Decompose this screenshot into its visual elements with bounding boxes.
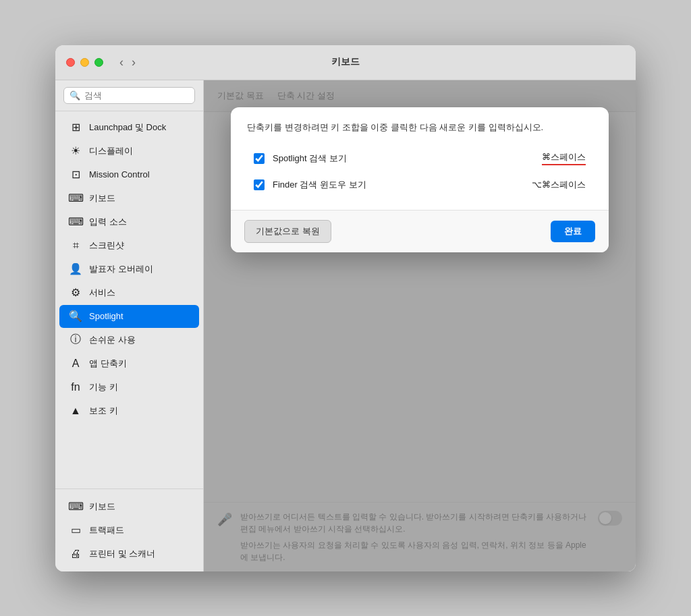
trackpad-icon: ▭: [69, 524, 82, 537]
screenshot-icon: ⌗: [69, 239, 82, 252]
close-button[interactable]: [66, 58, 75, 67]
launchpad-icon: ⊞: [69, 121, 82, 134]
shortcut-checkbox-spotlight-search[interactable]: [254, 153, 265, 164]
sidebar-label-app-shortcuts: 앱 단축키: [89, 358, 127, 370]
input-source-icon: ⌨: [69, 215, 82, 229]
window-title: 키보드: [331, 56, 360, 68]
display-icon: ☀: [69, 144, 82, 158]
accessibility-icon: ⓘ: [69, 333, 82, 347]
fn-key-icon: fn: [69, 381, 82, 394]
sidebar-label-launchpad: Launchpad 및 Dock: [89, 121, 166, 134]
sidebar-item-screenshot[interactable]: ⌗스크린샷: [59, 234, 199, 257]
minimize-button[interactable]: [80, 58, 89, 67]
printer-icon: 🖨: [69, 547, 82, 561]
sidebar-item-dictation[interactable]: ▲보조 키: [59, 399, 199, 422]
sidebar-item-keyboard-bottom[interactable]: ⌨키보드: [59, 495, 199, 518]
mission-control-icon: ⊡: [69, 168, 82, 181]
shortcut-item-finder-search: Finder 검색 윈도우 보기⌥⌘스페이스: [247, 173, 592, 196]
sidebar-label-services: 서비스: [89, 287, 115, 299]
modal-overlay: 단축키를 변경하려면 키 조합을 이중 클릭한 다음 새로운 키를 입력하십시오…: [204, 80, 636, 571]
sidebar-label-spotlight: Spotlight: [89, 311, 123, 321]
search-icon: 🔍: [70, 90, 80, 101]
search-bar: 🔍: [55, 80, 203, 111]
keyboard-icon: ⌨: [69, 192, 82, 205]
sidebar-item-accessibility[interactable]: ⓘ손쉬운 사용: [59, 329, 199, 352]
shortcut-list: Spotlight 검색 보기⌘스페이스Finder 검색 윈도우 보기⌥⌘스페…: [247, 146, 592, 196]
restore-defaults-button[interactable]: 기본값으로 복원: [244, 220, 331, 243]
sidebar-label-fn-key: 기능 키: [89, 381, 118, 393]
sidebar-item-display[interactable]: ☀디스플레이: [59, 140, 199, 163]
sidebar-item-spotlight[interactable]: 🔍Spotlight: [59, 305, 199, 328]
back-button[interactable]: ‹: [117, 54, 126, 71]
sidebar-label-accessibility: 손쉬운 사용: [89, 334, 136, 346]
sidebar-item-input-source[interactable]: ⌨입력 소스: [59, 211, 199, 233]
navigation-buttons: ‹ ›: [117, 54, 138, 71]
shortcut-checkbox-finder-search[interactable]: [254, 179, 265, 190]
presenter-icon: 👤: [69, 262, 82, 276]
search-wrapper[interactable]: 🔍: [63, 87, 195, 104]
sidebar: 🔍 ⊞Launchpad 및 Dock☀디스플레이⊡Mission Contro…: [55, 80, 204, 571]
sidebar-item-app-shortcuts[interactable]: A앱 단축키: [59, 352, 199, 375]
modal-footer: 기본값으로 복원 완료: [231, 210, 609, 252]
sidebar-label-display: 디스플레이: [89, 145, 133, 157]
modal-body: 단축키를 변경하려면 키 조합을 이중 클릭한 다음 새로운 키를 입력하십시오…: [231, 107, 609, 211]
sidebar-label-printer: 프린터 및 스캐너: [89, 548, 155, 560]
titlebar: ‹ › 키보드: [55, 45, 636, 80]
modal-instruction: 단축키를 변경하려면 키 조합을 이중 클릭한 다음 새로운 키를 입력하십시오…: [247, 121, 592, 134]
sidebar-label-input-source: 입력 소스: [89, 216, 127, 228]
main-content: 🔍 ⊞Launchpad 및 Dock☀디스플레이⊡Mission Contro…: [55, 80, 636, 571]
sidebar-item-presenter[interactable]: 👤발표자 오버레이: [59, 258, 199, 281]
sidebar-label-keyboard-bottom: 키보드: [89, 501, 115, 513]
sidebar-item-trackpad[interactable]: ▭트랙패드: [59, 519, 199, 542]
traffic-lights: [66, 58, 103, 67]
main-window: ‹ › 키보드 🔍 ⊞Launchpad 및 Dock☀디스플레이⊡Missio…: [55, 45, 636, 571]
sidebar-item-launchpad[interactable]: ⊞Launchpad 및 Dock: [59, 116, 199, 139]
shortcut-label-finder-search: Finder 검색 윈도우 보기: [273, 179, 524, 191]
spotlight-icon: 🔍: [69, 310, 82, 323]
sidebar-item-services[interactable]: ⚙서비스: [59, 281, 199, 304]
sidebar-item-keyboard[interactable]: ⌨키보드: [59, 187, 199, 210]
sidebar-label-keyboard: 키보드: [89, 192, 115, 204]
shortcut-label-spotlight-search: Spotlight 검색 보기: [273, 152, 534, 165]
sidebar-label-presenter: 발표자 오버레이: [89, 263, 153, 275]
modal-dialog: 단축키를 변경하려면 키 조합을 이중 클릭한 다음 새로운 키를 입력하십시오…: [231, 107, 609, 253]
sidebar-item-printer[interactable]: 🖨프린터 및 스캐너: [59, 542, 199, 565]
sidebar-items: ⊞Launchpad 및 Dock☀디스플레이⊡Mission Control⌨…: [55, 111, 203, 488]
services-icon: ⚙: [69, 286, 82, 300]
sidebar-label-screenshot: 스크린샷: [89, 240, 124, 252]
content-area: 기본값 목표 단축 시간 설정 단축키를 변경하려면 키 조합을 이중 클릭한 …: [204, 80, 636, 571]
dictation-icon: ▲: [69, 404, 82, 418]
sidebar-footer: ⌨키보드▭트랙패드🖨프린터 및 스캐너: [55, 488, 203, 571]
done-button[interactable]: 완료: [551, 221, 595, 242]
sidebar-label-dictation: 보조 키: [89, 405, 118, 417]
sidebar-item-mission-control[interactable]: ⊡Mission Control: [59, 163, 199, 186]
keyboard-bottom-icon: ⌨: [69, 500, 82, 513]
shortcut-item-spotlight-search: Spotlight 검색 보기⌘스페이스: [247, 146, 592, 171]
shortcut-key-finder-search[interactable]: ⌥⌘스페이스: [532, 179, 586, 191]
maximize-button[interactable]: [94, 58, 103, 67]
forward-button[interactable]: ›: [129, 54, 138, 71]
sidebar-label-mission-control: Mission Control: [89, 169, 150, 179]
sidebar-item-fn-key[interactable]: fn기능 키: [59, 376, 199, 399]
sidebar-label-trackpad: 트랙패드: [89, 524, 124, 536]
app-shortcuts-icon: A: [69, 357, 82, 370]
shortcut-key-spotlight-search[interactable]: ⌘스페이스: [542, 151, 586, 165]
search-input[interactable]: [84, 90, 189, 101]
